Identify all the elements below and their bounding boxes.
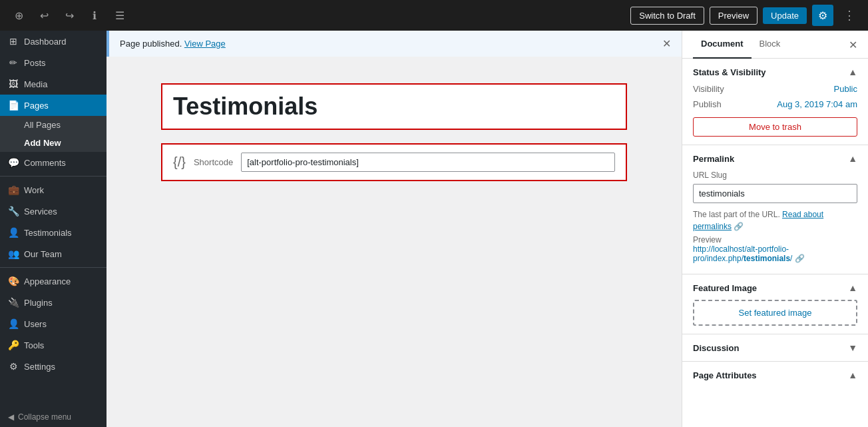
url-slug-input[interactable] [693, 184, 857, 203]
preview-url-link[interactable]: http://localhost/alt-portfolio-pro/index… [693, 244, 795, 263]
permalink-header: Permalink ▲ [693, 153, 857, 164]
users-icon: 👤 [8, 318, 19, 329]
posts-icon: ✏ [8, 57, 19, 68]
visibility-row: Visibility Public [693, 84, 857, 94]
permalink-chevron[interactable]: ▲ [848, 153, 857, 164]
appearance-icon: 🎨 [8, 276, 19, 286]
page-attributes-section: Page Attributes ▲ [682, 362, 868, 388]
right-panel: Document Block ✕ Status & Visibility ▲ V… [682, 31, 868, 427]
sidebar-item-settings[interactable]: ⚙ Settings [0, 356, 107, 377]
discussion-chevron[interactable]: ▼ [848, 342, 857, 353]
sidebar-item-tools[interactable]: 🔑 Tools [0, 334, 107, 356]
publish-row: Publish Aug 3, 2019 7:04 am [693, 99, 857, 109]
undo-icon[interactable]: ↩ [33, 5, 55, 26]
sidebar-item-media[interactable]: 🖼 Media [0, 73, 107, 95]
shortcode-label: Shortcode [194, 157, 233, 167]
visibility-value[interactable]: Public [834, 84, 857, 94]
tools-icon: 🔑 [8, 340, 19, 350]
featured-image-section: Featured Image ▲ Set featured image [682, 274, 868, 334]
set-featured-image-button[interactable]: Set featured image [693, 300, 857, 326]
sidebar-item-users[interactable]: 👤 Users [0, 313, 107, 334]
notification-bar: Page published. View Page ✕ [107, 31, 682, 57]
shortcode-icon: {/} [173, 155, 186, 170]
shortcode-block: {/} Shortcode [161, 143, 627, 181]
collapse-icon: ◀ [8, 412, 14, 422]
comments-icon: 💬 [8, 157, 19, 168]
testimonials-icon: 👤 [8, 227, 19, 238]
settings-button[interactable]: ⚙ [812, 5, 833, 26]
toolbar-left: ⊕ ↩ ↪ ℹ ☰ [8, 5, 130, 26]
discussion-section: Discussion ▼ [682, 334, 868, 362]
pages-submenu: All Pages Add New [0, 116, 107, 152]
page-title: Testimonials [173, 93, 318, 120]
page-title-block[interactable]: Testimonials [161, 83, 627, 130]
external-link-icon: 🔗 [734, 222, 744, 231]
publish-value[interactable]: Aug 3, 2019 7:04 am [777, 99, 857, 109]
sidebar-item-services[interactable]: 🔧 Services [0, 201, 107, 222]
content-area: Page published. View Page ✕ Testimonials… [107, 31, 682, 427]
add-block-icon[interactable]: ⊕ [8, 5, 29, 26]
permalink-title: Permalink [693, 154, 734, 164]
add-new-link[interactable]: Add New [0, 134, 107, 152]
sidebar-item-posts[interactable]: ✏ Posts [0, 52, 107, 73]
featured-image-title: Featured Image [693, 283, 757, 293]
preview-url: Preview http://localhost/alt-portfolio-p… [693, 235, 857, 263]
update-button[interactable]: Update [763, 7, 807, 24]
sidebar-separator-2 [0, 267, 107, 268]
tab-block[interactable]: Block [752, 31, 789, 59]
notification-text: Page published. View Page [120, 39, 657, 49]
info-icon[interactable]: ℹ [84, 5, 105, 26]
view-page-link[interactable]: View Page [184, 39, 226, 49]
list-view-icon[interactable]: ☰ [109, 5, 130, 26]
preview-button[interactable]: Preview [710, 7, 758, 25]
redo-icon[interactable]: ↪ [59, 5, 80, 26]
permalink-description: The last part of the URL. Read about per… [693, 209, 857, 232]
featured-image-header: Featured Image ▲ [693, 282, 857, 293]
panel-close-icon[interactable]: ✕ [849, 31, 857, 58]
move-to-trash-button[interactable]: Move to trash [693, 117, 857, 137]
dashboard-icon: ⊞ [8, 36, 19, 47]
sidebar-item-pages[interactable]: 📄 Pages [0, 95, 107, 116]
our-team-icon: 👥 [8, 248, 19, 259]
discussion-title: Discussion [693, 343, 739, 353]
sidebar-item-work[interactable]: 💼 Work [0, 179, 107, 201]
sidebar-separator [0, 176, 107, 177]
more-options-icon[interactable]: ⋮ [839, 5, 860, 26]
tab-document[interactable]: Document [693, 31, 752, 59]
visibility-label: Visibility [693, 84, 724, 94]
editor-inner: Testimonials {/} Shortcode [161, 83, 627, 181]
media-icon: 🖼 [8, 79, 19, 89]
sidebar-item-appearance[interactable]: 🎨 Appearance [0, 270, 107, 292]
url-slug-label: URL Slug [693, 171, 857, 180]
featured-image-chevron[interactable]: ▲ [848, 282, 857, 293]
sidebar-item-comments[interactable]: 💬 Comments [0, 152, 107, 173]
notification-close-icon[interactable]: ✕ [662, 37, 671, 50]
status-visibility-section: Status & Visibility ▲ Visibility Public … [682, 59, 868, 145]
sidebar: ⊞ Dashboard ✏ Posts 🖼 Media 📄 Pages All … [0, 31, 107, 427]
sidebar-item-our-team[interactable]: 👥 Our Team [0, 243, 107, 264]
discussion-header: Discussion ▼ [693, 342, 857, 353]
pages-icon: 📄 [8, 100, 19, 111]
editor-area: Testimonials {/} Shortcode [107, 57, 682, 427]
page-attributes-chevron[interactable]: ▲ [848, 370, 857, 380]
sidebar-item-testimonials[interactable]: 👤 Testimonials [0, 222, 107, 243]
page-attributes-header: Page Attributes ▲ [693, 370, 857, 380]
external-preview-icon: 🔗 [795, 254, 805, 263]
sidebar-item-dashboard[interactable]: ⊞ Dashboard [0, 31, 107, 52]
settings-icon: ⚙ [8, 361, 19, 372]
top-toolbar: ⊕ ↩ ↪ ℹ ☰ Switch to Draft Preview Update… [0, 0, 868, 31]
all-pages-link[interactable]: All Pages [0, 116, 107, 134]
page-attributes-title: Page Attributes [693, 370, 757, 380]
publish-label: Publish [693, 99, 722, 109]
collapse-menu-button[interactable]: ◀ Collapse menu [0, 407, 107, 427]
sidebar-item-plugins[interactable]: 🔌 Plugins [0, 292, 107, 313]
shortcode-input[interactable] [241, 153, 615, 172]
panel-tabs: Document Block ✕ [682, 31, 868, 59]
switch-to-draft-button[interactable]: Switch to Draft [630, 7, 704, 25]
plugins-icon: 🔌 [8, 297, 19, 308]
status-visibility-chevron[interactable]: ▲ [848, 67, 857, 77]
work-icon: 💼 [8, 185, 19, 195]
status-visibility-header: Status & Visibility ▲ [693, 67, 857, 77]
toolbar-right: Switch to Draft Preview Update ⚙ ⋮ [630, 5, 860, 26]
main-layout: ⊞ Dashboard ✏ Posts 🖼 Media 📄 Pages All … [0, 31, 868, 427]
